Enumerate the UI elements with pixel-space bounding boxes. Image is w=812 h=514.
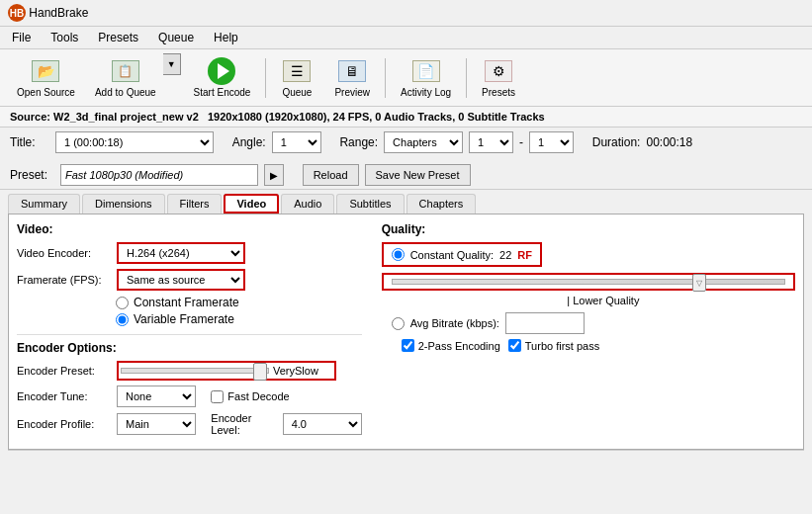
encoder-level-select[interactable]: 4.0 (283, 413, 362, 435)
avg-bitrate-row: Avg Bitrate (kbps): (382, 312, 795, 334)
encoder-tune-label: Encoder Tune: (17, 390, 111, 402)
variable-framerate-row: Variable Framerate (116, 312, 362, 326)
video-tab-content: Video: Video Encoder: H.264 (x264) Frame… (8, 214, 804, 450)
menu-file[interactable]: File (4, 29, 39, 46)
open-source-icon: 📂 (32, 57, 59, 85)
framerate-select[interactable]: Same as source (117, 269, 245, 291)
title-select[interactable]: 1 (00:00:18) (55, 131, 214, 153)
preset-row: Preset: Fast 1080p30 (Modified) ▶ Reload… (0, 161, 812, 190)
preset-label: Preset: (10, 168, 54, 182)
avg-bitrate-radio[interactable] (392, 317, 405, 330)
tab-audio[interactable]: Audio (281, 194, 334, 214)
range-to-select[interactable]: 1 (529, 131, 574, 153)
framerate-row: Framerate (FPS): Same as source (17, 269, 362, 291)
menu-bar: File Tools Presets Queue Help (0, 27, 812, 49)
constant-framerate-radio[interactable] (116, 297, 129, 309)
tab-summary[interactable]: Summary (8, 194, 80, 214)
start-encode-button[interactable]: Start Encode (185, 53, 260, 102)
toolbar-separator-3 (466, 58, 467, 98)
activity-log-icon: 📄 (412, 57, 440, 85)
constant-quality-value: 22 (499, 249, 511, 261)
start-encode-icon (208, 57, 235, 85)
encoder-preset-slider-group: VerySlow (117, 361, 336, 381)
quality-slider-thumb[interactable]: ▽ (692, 274, 706, 292)
add-to-queue-group: 📋 Add to Queue ▼ (88, 53, 181, 102)
range-from-select[interactable]: 1 (469, 131, 513, 153)
encoder-level-label: Encoder Level: (211, 412, 267, 436)
presets-button[interactable]: ⚙ Presets (473, 53, 524, 102)
two-pass-checkbox[interactable] (402, 339, 414, 352)
tab-filters[interactable]: Filters (167, 194, 223, 214)
video-encoder-row: Video Encoder: H.264 (x264) (17, 242, 362, 264)
open-source-button[interactable]: 📂 Open Source (8, 53, 84, 102)
two-pass-checkbox-row: 2-Pass Encoding (402, 339, 500, 352)
range-dash: - (519, 135, 523, 149)
turbo-pass-checkbox-row: Turbo first pass (508, 339, 599, 352)
encoder-preset-label: Encoder Preset: (17, 365, 111, 377)
title-label: Title: (10, 135, 49, 149)
variable-framerate-radio[interactable] (116, 313, 129, 326)
avg-bitrate-input[interactable] (505, 312, 585, 334)
constant-quality-radio[interactable] (392, 248, 405, 261)
encoder-profile-label: Encoder Profile: (17, 418, 111, 430)
encoder-preset-thumb[interactable] (253, 363, 267, 381)
video-encoder-select[interactable]: H.264 (x264) (117, 242, 245, 264)
app-name: HandBrake (29, 6, 88, 20)
encoder-tune-select[interactable]: None (117, 386, 196, 407)
reload-button[interactable]: Reload (303, 164, 359, 186)
preset-value: Fast 1080p30 (Modified) (65, 169, 183, 181)
save-new-preset-button[interactable]: Save New Preset (365, 164, 471, 186)
encoder-profile-select[interactable]: Main (117, 413, 196, 435)
tab-dimensions[interactable]: Dimensions (82, 194, 164, 214)
tab-chapters[interactable]: Chapters (406, 194, 477, 214)
tabs-row: Summary Dimensions Filters Video Audio S… (0, 190, 812, 214)
toolbar-separator (265, 58, 266, 98)
bottom-scrollbar[interactable] (8, 450, 804, 458)
range-select[interactable]: Chapters (384, 131, 463, 153)
constant-framerate-label: Constant Framerate (134, 296, 239, 309)
constant-quality-label: Constant Quality: (410, 249, 494, 261)
avg-bitrate-label: Avg Bitrate (kbps): (410, 317, 499, 329)
variable-framerate-label: Variable Framerate (134, 312, 234, 326)
turbo-pass-checkbox[interactable] (508, 339, 521, 352)
video-section-label: Video: (17, 222, 362, 236)
presets-icon: ⚙ (485, 57, 512, 85)
angle-select[interactable]: 1 (272, 131, 321, 153)
encoder-preset-slider-track[interactable] (121, 368, 269, 374)
tab-video[interactable]: Video (224, 194, 279, 214)
menu-presets[interactable]: Presets (90, 29, 146, 46)
duration-label: Duration: (592, 135, 641, 149)
angle-label: Angle: (232, 135, 266, 149)
menu-tools[interactable]: Tools (43, 29, 86, 46)
encoder-preset-value: VerySlow (273, 365, 332, 377)
preset-arrow-button[interactable]: ▶ (264, 164, 284, 186)
encoder-options-label: Encoder Options: (17, 341, 362, 355)
toolbar: 📂 Open Source 📋 Add to Queue ▼ Start Enc… (0, 49, 812, 107)
constant-framerate-row: Constant Framerate (116, 296, 362, 309)
tab-subtitles[interactable]: Subtitles (336, 194, 404, 214)
quality-slider-row: ▽ (382, 273, 795, 291)
lower-quality-label: | Lower Quality (411, 295, 795, 306)
preview-icon: 🖥 (338, 57, 366, 85)
duration-value: 00:00:18 (646, 135, 692, 149)
add-to-queue-button[interactable]: 📋 Add to Queue (88, 53, 163, 102)
source-filename: W2_3d_final project_new v2 (53, 111, 199, 123)
range-label: Range: (339, 135, 378, 149)
fast-decode-label: Fast Decode (211, 390, 289, 403)
queue-button[interactable]: ☰ Queue (272, 53, 321, 102)
video-left-column: Video: Video Encoder: H.264 (x264) Frame… (17, 222, 362, 441)
app-logo: HB (8, 4, 26, 22)
preview-button[interactable]: 🖥 Preview (325, 53, 379, 102)
quality-slider-track[interactable]: ▽ (392, 279, 785, 285)
activity-log-button[interactable]: 📄 Activity Log (392, 53, 460, 102)
menu-help[interactable]: Help (206, 29, 246, 46)
quality-slider-outlined: ▽ (382, 273, 795, 291)
constant-quality-box: Constant Quality: 22 RF (382, 242, 542, 267)
fast-decode-checkbox[interactable] (211, 390, 224, 403)
video-right-column: Quality: Constant Quality: 22 RF ▽ (382, 222, 795, 441)
encoding-options-row: 2-Pass Encoding Turbo first pass (382, 339, 795, 352)
encoder-options-section: Encoder Options: Encoder Preset: VerySlo… (17, 334, 362, 436)
add-to-queue-dropdown[interactable]: ▼ (163, 53, 181, 75)
menu-queue[interactable]: Queue (150, 29, 202, 46)
source-details: 1920x1080 (1920x1080), 24 FPS, 0 Audio T… (208, 111, 545, 123)
